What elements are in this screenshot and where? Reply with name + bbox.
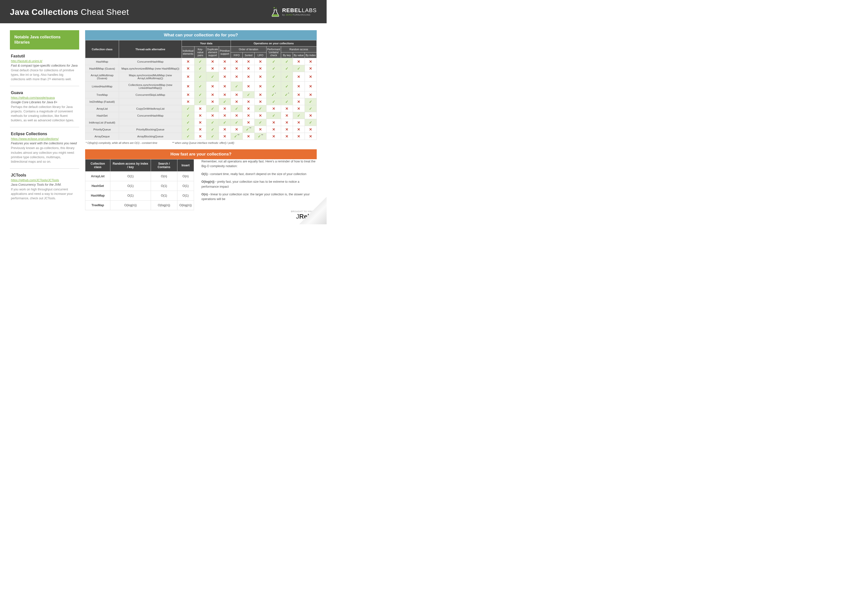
capability-cell: ✕ bbox=[181, 91, 194, 98]
speed-search: O(1) bbox=[151, 191, 177, 201]
capability-cell: ✕ bbox=[267, 105, 281, 112]
capability-cell: ✕ bbox=[254, 126, 267, 133]
speed-table: Collection class Random access by index … bbox=[85, 159, 194, 210]
row-name: ArrayDeque bbox=[85, 133, 119, 140]
capability-cell: ✕ bbox=[267, 126, 281, 133]
capability-cell: ✕ bbox=[281, 112, 293, 119]
library-block: Guavahttps://github.com/google/guavaGoog… bbox=[10, 86, 79, 127]
speed-row-name: HashMap bbox=[85, 191, 110, 201]
capability-cell: ✓ bbox=[267, 65, 281, 72]
capability-cell: ✕ bbox=[305, 72, 317, 82]
row-alt: ConcurrentSkipListMap bbox=[119, 91, 182, 98]
library-tagline: Features you want with the collections y… bbox=[11, 141, 78, 145]
speed-search: O(n) bbox=[151, 172, 177, 181]
header-bar: Java Collections Cheat Sheet REBELLABS b… bbox=[0, 0, 327, 23]
capability-cell: ✕ bbox=[206, 58, 219, 65]
library-tagline: Google Core Libraries for Java 6+ bbox=[11, 101, 78, 104]
capability-cell: ✕ bbox=[231, 72, 243, 82]
capability-cell: ✕ bbox=[231, 112, 243, 119]
library-tagline: Java Concurrency Tools for the JVM. bbox=[11, 183, 78, 187]
capability-cell: ✕ bbox=[231, 58, 243, 65]
row-name: Int2IntMap (Fastutil) bbox=[85, 98, 119, 105]
speed-search: O(1) bbox=[151, 181, 177, 191]
library-link[interactable]: https://github.com/google/guava bbox=[11, 96, 55, 99]
row-alt: Maps.synchronizedMultiMap (new ArrayList… bbox=[119, 72, 182, 82]
capability-cell: ✕ bbox=[305, 112, 317, 119]
capability-cell: ✓* bbox=[281, 91, 293, 98]
row-alt: ArrayBlockingQueue bbox=[119, 133, 182, 140]
capability-cell: ✓ bbox=[267, 58, 281, 65]
capability-cell: ✕ bbox=[206, 112, 219, 119]
capability-cell: ✓ bbox=[305, 105, 317, 112]
capability-cell: ✕ bbox=[281, 126, 293, 133]
footer-byline: BROUGHT TO YOU BY bbox=[0, 210, 317, 213]
row-alt bbox=[119, 98, 182, 105]
capability-cell: ✓ bbox=[267, 98, 281, 105]
capability-cell: ✕ bbox=[243, 82, 254, 91]
capability-cell: ✕ bbox=[181, 72, 194, 82]
capability-cell: ✕ bbox=[281, 133, 293, 140]
sidebar-title: Notable Java collections libraries bbox=[10, 30, 79, 50]
capability-cell: ✕ bbox=[219, 72, 231, 82]
capability-cell: ✕ bbox=[194, 105, 206, 112]
table-row: ArrayListCopyOnWriteArrayList✓✕✓✕✓✕✓✕✕✕✓ bbox=[85, 105, 317, 112]
library-block: Fastutilhttp://fastutil.di.unimi.it/Fast… bbox=[10, 50, 79, 86]
sidebar: Notable Java collections libraries Fastu… bbox=[10, 30, 79, 205]
capability-cell: ✓ bbox=[305, 98, 317, 105]
capability-cell: ✓ bbox=[231, 82, 243, 91]
capability-cell: ✕ bbox=[293, 133, 305, 140]
capability-cell: ✕ bbox=[254, 112, 267, 119]
capability-cell: ✕ bbox=[243, 119, 254, 126]
capability-cell: ✓ bbox=[267, 72, 281, 82]
capability-cell: ✕ bbox=[305, 58, 317, 65]
library-link[interactable]: https://github.com/JCTools/JCTools bbox=[11, 179, 59, 182]
row-name: HashSet bbox=[85, 112, 119, 119]
capability-cell: ✓ bbox=[231, 119, 243, 126]
capability-cell: ✕ bbox=[293, 98, 305, 105]
library-desc: Previously known as gs-collections, this… bbox=[11, 146, 78, 164]
table1-title: What can your collection do for you? bbox=[85, 30, 317, 40]
capability-cell: ✕ bbox=[305, 82, 317, 91]
row-alt: CopyOnWriteArrayList bbox=[119, 105, 182, 112]
capability-cell: ✓ bbox=[206, 72, 219, 82]
capability-cell: ✓ bbox=[194, 91, 206, 98]
library-link[interactable]: http://fastutil.di.unimi.it/ bbox=[11, 59, 42, 63]
table-row: Int2IntMap (Fastutil)✕✓✕✓✕✕✕✓✓✕✓ bbox=[85, 98, 317, 105]
capability-cell: ✓ bbox=[243, 91, 254, 98]
library-name: Guava bbox=[11, 91, 78, 95]
table-row: IntArrayList (Fastutil)✓✕✓✓✓✕✓✕✕✕✓ bbox=[85, 119, 317, 126]
capability-cell: ✓ bbox=[305, 119, 317, 126]
library-desc: Great default choice for collections of … bbox=[11, 68, 78, 81]
main-content: What can your collection do for you? Col… bbox=[85, 30, 317, 210]
speed-row-name: ArrayList bbox=[85, 172, 110, 181]
row-alt: PriorityBlockingQueue bbox=[119, 126, 182, 133]
table-row: PriorityQueuePriorityBlockingQueue✓✕✓✕✕✓… bbox=[85, 126, 317, 133]
capability-cell: ✕ bbox=[254, 58, 267, 65]
col-class: Collection class bbox=[85, 40, 119, 58]
speed-search: O(log(n)) bbox=[151, 201, 177, 210]
svg-point-0 bbox=[274, 7, 275, 8]
row-name: PriorityQueue bbox=[85, 126, 119, 133]
table2-title: How fast are your collections? bbox=[85, 149, 317, 159]
capability-cell: ✕ bbox=[206, 98, 219, 105]
capability-cell: ✕ bbox=[243, 105, 254, 112]
capability-cell: ✕ bbox=[219, 133, 231, 140]
row-alt: Maps.synchronizedBiMap (new HashBiMap()) bbox=[119, 65, 182, 72]
row-name: ArrayListMultimap (Guava) bbox=[85, 72, 119, 82]
footer: BROUGHT TO YOU BY JRebel bbox=[0, 210, 327, 224]
row-name: ArrayList bbox=[85, 105, 119, 112]
capability-cell: ✓ bbox=[194, 72, 206, 82]
capability-cell: ✓ bbox=[254, 119, 267, 126]
speed-insert: O(n) bbox=[177, 172, 194, 181]
table-row: ArrayListMultimap (Guava)Maps.synchroniz… bbox=[85, 72, 317, 82]
speed-random: O(log(n)) bbox=[110, 201, 151, 210]
library-link[interactable]: https://www.eclipse.org/collections/ bbox=[11, 137, 59, 141]
capability-cell: ✓ bbox=[219, 98, 231, 105]
table-row: ArrayListO(1)O(n)O(n) bbox=[85, 172, 194, 181]
table-row: LinkedHashMapCollections.synchronizedMap… bbox=[85, 82, 317, 91]
row-alt: Collections.synchronizedMap (new LinkedH… bbox=[119, 82, 182, 91]
library-name: Fastutil bbox=[11, 54, 78, 58]
row-alt bbox=[119, 119, 182, 126]
capability-cell: ✓ bbox=[194, 98, 206, 105]
row-name: HashMap bbox=[85, 58, 119, 65]
